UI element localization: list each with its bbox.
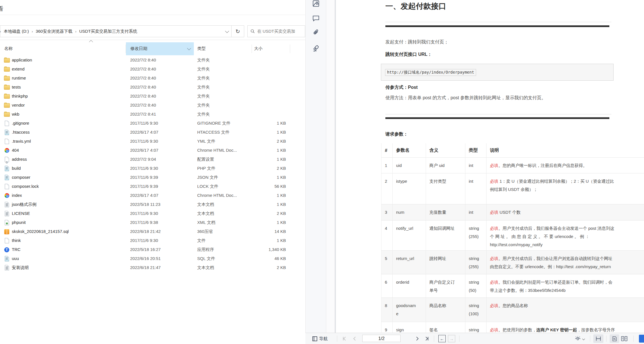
param-name: return_url <box>393 251 426 274</box>
signature-icon[interactable] <box>312 45 320 52</box>
file-date: 2022/7/2 8:40 <box>130 65 156 74</box>
param-name: istype <box>393 173 426 204</box>
file-row[interactable]: composer.lock2017/11/6 9:39LOCK 文件56 KB <box>0 182 306 191</box>
file-row[interactable]: build2017/11/6 9:30PHP 文件2 KB <box>0 164 306 173</box>
param-meaning: 通知回调网址 <box>426 220 465 251</box>
url-code[interactable]: http://接口域名/pay/index/Orderpayment <box>385 69 476 76</box>
column-divider[interactable] <box>252 45 252 53</box>
file-row[interactable]: 4042022/6/17 4:07Chrome HTML Doc...1 KB <box>0 146 306 155</box>
file-row[interactable]: index2022/6/17 4:07Chrome HTML Doc...1 K… <box>0 191 306 200</box>
file-type: 文件夹 <box>197 56 210 65</box>
search-input[interactable]: 在 USDT买卖交易加 <box>257 29 295 34</box>
file-name: vendor <box>12 101 25 110</box>
comment-icon[interactable] <box>312 14 320 22</box>
column-header-size[interactable]: 大小 <box>254 46 263 51</box>
doc-icon <box>5 130 9 135</box>
attachment-icon[interactable] <box>312 29 320 37</box>
file-date: 2017/11/6 9:30 <box>130 164 158 173</box>
doc-icon <box>5 256 9 261</box>
params-row: 1uid商户 uidint必填。您的商户唯一标识，注册后在商户信息获得。 <box>381 158 644 173</box>
file-row[interactable]: think2017/11/6 9:30文件1 KB <box>0 236 306 245</box>
file-row[interactable]: address2022/7/2 9:04配置设置1 KB <box>0 155 306 164</box>
file-row[interactable]: composer2017/11/6 9:39JSON 文件1 KB <box>0 173 306 182</box>
file-name: phpunit <box>12 218 26 227</box>
file-row[interactable]: vendor2022/7/2 8:40文件夹 <box>0 101 306 110</box>
file-size: 1 KB <box>242 218 286 227</box>
page-indicator-input[interactable]: 1/2 <box>362 335 401 342</box>
file-row[interactable]: tests2022/7/2 8:40文件夹 <box>0 83 306 92</box>
sidebar-panel-icon <box>312 336 317 341</box>
file-size: 2 KB <box>242 209 286 218</box>
doc-heading: 一、发起付款接口 <box>385 1 446 11</box>
file-row[interactable]: TTRC2022/5/18 16:27应用程序1,340 KB <box>0 245 306 254</box>
fit-width-button[interactable] <box>593 334 603 343</box>
file-row[interactable]: thinkphp2022/7/2 8:40文件夹 <box>0 92 306 101</box>
navigation-toggle-button[interactable]: 导航 <box>312 333 328 344</box>
file-name: .gitignore <box>12 119 29 128</box>
file-name: application <box>12 56 32 65</box>
param-type: string(32) <box>465 322 487 333</box>
section-rule-thick <box>385 117 609 119</box>
single-page-button[interactable] <box>610 334 619 343</box>
params-col-header: # <box>381 143 393 158</box>
param-index: 2 <box>381 173 393 204</box>
search-box[interactable]: 在 USDT买卖交易加 <box>247 25 305 37</box>
file-name: .travis.yml <box>12 137 31 146</box>
file-type: HTACCESS 文件 <box>197 128 230 137</box>
column-divider[interactable] <box>290 45 290 53</box>
file-row[interactable]: phpunit2017/11/6 9:38XML 文档1 KB <box>0 218 306 227</box>
breadcrumb-item-folder[interactable]: USDT买卖交易加三方支付系统 <box>79 29 137 34</box>
breadcrumb[interactable]: › 本地磁盘 (D:) › 360安全浏览器下载 › USDT买卖交易加三方支付… <box>0 25 232 37</box>
file-type: JSON 文件 <box>197 173 218 182</box>
file-row[interactable]: .travis.yml2017/11/6 9:30YML 文件2 KB <box>0 137 306 146</box>
param-name: orderid <box>393 274 426 298</box>
first-page-button[interactable] <box>342 333 347 344</box>
previous-page-button[interactable] <box>352 333 357 344</box>
file-row[interactable]: runtime2022/7/2 8:40文件夹 <box>0 74 306 83</box>
param-name: sign <box>393 322 426 333</box>
view-mode-button[interactable] <box>574 333 585 344</box>
column-divider[interactable] <box>126 45 126 53</box>
column-header-name[interactable]: 名称 <box>4 46 13 51</box>
file-row[interactable]: uuu2022/6/16 20:51SQL 文件46 KB <box>0 254 306 263</box>
file-size: 1 KB <box>242 191 286 200</box>
file-type: 文件夹 <box>197 101 210 110</box>
file-type: LOCK 文件 <box>197 182 218 191</box>
params-table-header-row: #参数名含义类型说明 <box>381 143 644 158</box>
param-meaning: 商户 uid <box>426 158 465 173</box>
column-filter-icon[interactable] <box>187 46 191 50</box>
column-header-type[interactable]: 类型 <box>197 46 206 51</box>
file-row[interactable]: wkb2022/7/2 8:41文件夹 <box>0 110 306 119</box>
file-row[interactable]: json格式示例2022/5/18 11:23文本文档1 KB <box>0 200 306 209</box>
file-row[interactable]: .gitignore2017/11/6 9:30GITIGNORE 文件1 KB <box>0 119 306 128</box>
history-forward-button[interactable]: → <box>448 335 455 342</box>
param-index: 5 <box>381 251 393 274</box>
url-code-block[interactable]: http://接口域名/pay/index/Orderpayment <box>381 64 614 81</box>
file-row[interactable]: extend2022/7/2 8:40文件夹 <box>0 65 306 74</box>
file-row[interactable]: .htaccess2022/6/17 4:07HTACCESS 文件1 KB <box>0 128 306 137</box>
column-header-date-highlight[interactable]: 修改日期 <box>126 42 194 55</box>
insert-image-icon[interactable] <box>312 0 320 7</box>
address-dropdown-icon[interactable] <box>225 29 229 33</box>
file-row[interactable]: application2022/7/2 8:40文件夹 <box>0 56 306 65</box>
screen: 看 › 本地磁盘 (D:) › 360安全浏览器下载 › USDT买卖交易加三方… <box>0 0 644 344</box>
annotation-toolbar <box>305 0 326 333</box>
refresh-button[interactable]: ↻ <box>231 25 244 37</box>
file-date: 2022/7/2 9:04 <box>130 155 156 164</box>
history-back-button[interactable]: ← <box>438 335 446 342</box>
toolbar-divider <box>434 336 434 342</box>
last-page-button[interactable] <box>424 333 429 344</box>
file-row[interactable]: sksksk_20220618_214157.sql2022/6/18 21:4… <box>0 227 306 236</box>
file-row[interactable]: LICENSE2017/11/6 9:30文本文档2 KB <box>0 209 306 218</box>
zoom-control-fragment[interactable] <box>639 335 644 343</box>
file-date: 2022/6/16 20:51 <box>130 254 161 263</box>
heading-rule-thick <box>385 25 609 27</box>
column-header-date[interactable]: 修改日期 <box>130 46 147 51</box>
breadcrumb-item-drive[interactable]: 本地磁盘 (D:) <box>4 29 29 34</box>
facing-pages-button[interactable] <box>621 333 628 344</box>
next-page-button[interactable] <box>415 333 420 344</box>
params-col-header: 参数名 <box>393 143 426 158</box>
file-type: XML 文档 <box>197 218 215 227</box>
file-row[interactable]: 安装说明2022/6/18 21:47文本文档2 KB <box>0 263 306 272</box>
breadcrumb-item-downloads[interactable]: 360安全浏览器下载 <box>36 29 72 34</box>
